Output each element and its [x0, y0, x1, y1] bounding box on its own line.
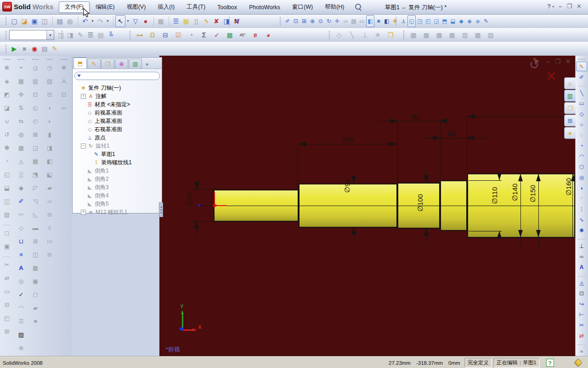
macro-new[interactable]: ▤ — [40, 43, 50, 55]
photoworks-globe[interactable]: ◕ — [262, 29, 275, 41]
performance-stats[interactable]: ◔ — [185, 29, 198, 41]
rotate-view[interactable]: ↻ — [325, 15, 333, 27]
menu-item-t[interactable]: 工具(T) — [181, 1, 211, 13]
rebuild[interactable]: ϟ — [201, 15, 211, 27]
macro-edit[interactable]: ✎ — [50, 43, 60, 55]
undo-dropdown[interactable]: ▾ — [90, 15, 95, 27]
display-delete-relations[interactable]: ∞ — [576, 252, 587, 261]
normal-to[interactable]: ⊥ — [399, 15, 407, 27]
minimize-button[interactable]: – — [559, 3, 562, 10]
traffic-light[interactable]: ● — [141, 15, 151, 27]
ellipse[interactable]: ◎ — [576, 172, 587, 182]
tree-item[interactable]: ◇上视基准面 — [73, 117, 162, 125]
tree-item[interactable]: ⊥原点 — [73, 133, 162, 142]
layer-combobox[interactable]: ▾ — [9, 30, 54, 40]
tree-filter-input[interactable] — [74, 72, 160, 80]
perimeter-circle[interactable]: ◌ — [576, 130, 587, 140]
trimetric-view[interactable]: ◆ — [465, 15, 474, 27]
sketch-point[interactable] — [198, 204, 200, 207]
sketch[interactable]: ✎ — [576, 62, 587, 71]
design-binder[interactable]: ▦ — [181, 15, 191, 27]
point[interactable]: ✱ — [576, 225, 587, 235]
measure[interactable]: ⊶ — [133, 29, 146, 41]
front-view[interactable]: ◱ — [407, 15, 416, 27]
macro-run[interactable]: ▶ — [9, 43, 19, 55]
doc-minimize-button[interactable]: – — [547, 58, 550, 65]
centerline[interactable]: ⋮ — [576, 204, 587, 214]
pan[interactable]: ✛ — [333, 15, 341, 27]
tree-item[interactable]: ◣倒角3 — [73, 183, 162, 191]
spline[interactable]: ∿ — [576, 215, 587, 224]
mass-properties[interactable]: Ω — [146, 29, 159, 41]
sketch-point[interactable] — [180, 327, 183, 331]
featuremanager-tab[interactable]: ⬒ — [74, 58, 87, 69]
menu-item-toolbox[interactable]: Toolbox — [211, 2, 243, 12]
back-view[interactable]: ◳ — [416, 15, 424, 27]
tree-item[interactable]: ❖复件 刀轴(一) — [73, 84, 162, 92]
menu-item-photoworks[interactable]: PhotoWorks — [243, 2, 286, 12]
curvature-check[interactable]: ✓ — [210, 29, 223, 41]
panel-splitter-handle[interactable]: ◄◄◄ — [159, 202, 163, 217]
macro-stop[interactable]: ■ — [19, 43, 29, 55]
view-orientation[interactable]: ✎ — [482, 15, 490, 27]
design-library-tab[interactable]: ▥ — [564, 90, 576, 102]
restore-button[interactable]: ❐ — [566, 3, 572, 10]
options-list[interactable]: ☰ — [171, 15, 181, 27]
solidworks-resources-tab[interactable]: ⌂ — [564, 77, 576, 89]
hidden-lines-visible[interactable]: ▤ — [350, 15, 358, 27]
macro-record[interactable]: ◉ — [29, 43, 40, 55]
view-palette-tab[interactable]: ⊞ — [564, 115, 576, 126]
line[interactable]: ╲ — [576, 88, 587, 98]
3d-sketch[interactable]: ✐ — [576, 72, 587, 82]
dimetric-view[interactable]: ◆ — [474, 15, 482, 27]
polygon[interactable]: ⬡ — [576, 162, 587, 172]
delete[interactable]: ▯ — [191, 15, 201, 27]
tag-icon[interactable] — [574, 358, 582, 367]
tree-item[interactable]: ◣倒角1 — [73, 167, 162, 175]
check[interactable]: ☑ — [172, 29, 185, 41]
zoom-to-area[interactable]: ⊞ — [300, 15, 308, 27]
spell-check[interactable]: ✓ — [16, 288, 27, 301]
hidden-lines-removed[interactable]: ▭ — [358, 15, 366, 27]
new-document[interactable]: ▢ — [9, 15, 19, 27]
help-button[interactable]: ? — [547, 3, 551, 10]
tree-item[interactable]: ☰材质 <未指定> — [73, 100, 162, 109]
mirror-entities[interactable]: ⊢ — [576, 310, 587, 319]
print[interactable]: ▤ — [55, 15, 65, 27]
error-diagnostics[interactable]: e — [249, 29, 262, 41]
wireframe[interactable]: ▱ — [341, 15, 350, 27]
plane[interactable]: ⊥ — [576, 241, 587, 251]
status-help-icon[interactable]: ? — [546, 359, 554, 367]
configurationmanager-tab[interactable]: ❒ — [101, 58, 114, 69]
tree-expand-toggle[interactable]: + — [81, 94, 86, 99]
offset-entities[interactable]: ↪ — [576, 299, 587, 309]
confirm-cancel-sketch-icon[interactable]: ✕ — [545, 68, 557, 85]
selection-filter[interactable]: ▽ — [130, 15, 141, 27]
note[interactable]: A — [16, 262, 27, 274]
zoom-to-fit[interactable]: ⊡ — [292, 15, 300, 27]
displaymanager-tab[interactable]: ▧ — [129, 58, 142, 69]
shaded[interactable]: ■ — [374, 15, 383, 27]
zoom-in-out[interactable]: ⊕ — [308, 15, 317, 27]
tangent-arc[interactable]: ◠ — [576, 151, 587, 161]
right-view[interactable]: ◲ — [432, 15, 441, 27]
move-entities[interactable]: ⇄ — [576, 331, 587, 340]
equations[interactable]: Σ — [198, 29, 210, 41]
chamfer-dimension[interactable]: ≡ — [16, 248, 27, 261]
doc-restore-button[interactable]: ❐ — [555, 58, 560, 65]
menu-item-w[interactable]: 窗口(W) — [286, 1, 319, 13]
tree-item[interactable]: +A注解 — [73, 92, 162, 100]
menu-item-v[interactable]: 视图(V) — [121, 1, 152, 13]
text[interactable]: A — [576, 262, 587, 272]
left-view[interactable]: ◰ — [424, 15, 432, 27]
tree-item[interactable]: −↻旋转1 — [73, 142, 162, 150]
chevron-down-icon[interactable]: ▾ — [46, 30, 54, 40]
sketch-entity[interactable]: ✐ — [16, 195, 27, 207]
search-icon[interactable] — [354, 3, 362, 12]
file-explorer-tab[interactable]: ❒ — [564, 102, 576, 114]
tree-item[interactable]: ✎草图1 — [73, 150, 162, 158]
tree-expand-toggle[interactable]: − — [81, 144, 86, 149]
ordinate-dimension[interactable]: ⊔ — [16, 235, 27, 247]
centerpoint-arc[interactable]: ◔ — [576, 141, 587, 150]
toolbar-chevron[interactable]: ≈ — [576, 346, 587, 356]
